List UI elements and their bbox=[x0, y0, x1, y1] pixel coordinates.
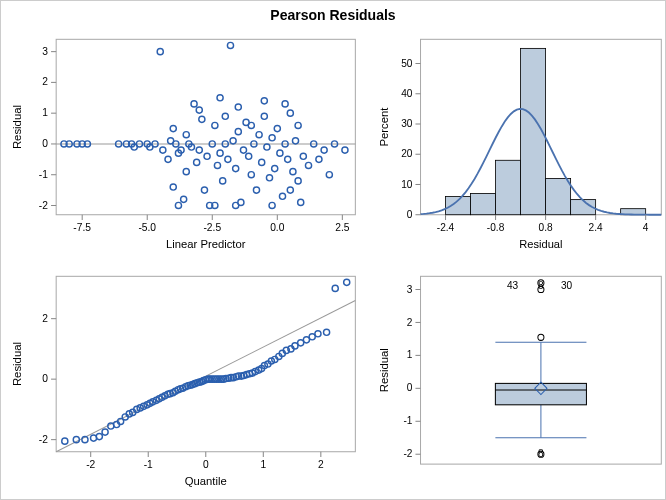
svg-point-86 bbox=[287, 110, 293, 116]
svg-point-37 bbox=[157, 49, 163, 55]
svg-point-76 bbox=[261, 113, 267, 119]
svg-text:40: 40 bbox=[401, 88, 413, 99]
svg-point-38 bbox=[160, 147, 166, 153]
svg-text:-2.5: -2.5 bbox=[203, 222, 221, 233]
svg-text:0: 0 bbox=[203, 459, 209, 470]
svg-point-99 bbox=[196, 107, 202, 113]
svg-point-155 bbox=[102, 429, 108, 435]
svg-text:2.5: 2.5 bbox=[335, 222, 350, 233]
svg-point-254 bbox=[537, 334, 543, 340]
svg-rect-0 bbox=[56, 39, 355, 214]
svg-text:2: 2 bbox=[406, 316, 412, 327]
svg-text:0.0: 0.0 bbox=[270, 222, 285, 233]
svg-point-80 bbox=[272, 165, 278, 171]
svg-point-96 bbox=[326, 172, 332, 178]
svg-text:0: 0 bbox=[42, 373, 48, 384]
svg-text:Quantile: Quantile bbox=[185, 475, 227, 487]
svg-point-68 bbox=[240, 147, 246, 153]
svg-point-70 bbox=[246, 153, 252, 159]
svg-point-39 bbox=[165, 156, 171, 162]
svg-text:2.4: 2.4 bbox=[588, 222, 602, 233]
svg-point-100 bbox=[217, 95, 223, 101]
svg-point-89 bbox=[295, 178, 301, 184]
svg-point-82 bbox=[277, 150, 283, 156]
svg-point-46 bbox=[183, 132, 189, 138]
svg-point-225 bbox=[332, 285, 338, 291]
svg-text:Residual: Residual bbox=[378, 348, 390, 392]
svg-text:-2: -2 bbox=[86, 459, 95, 470]
svg-point-109 bbox=[175, 202, 181, 208]
svg-text:Linear Predictor: Linear Predictor bbox=[166, 238, 246, 250]
svg-point-49 bbox=[191, 101, 197, 107]
svg-text:43: 43 bbox=[506, 280, 518, 291]
svg-text:-1: -1 bbox=[39, 169, 48, 180]
svg-point-108 bbox=[295, 122, 301, 128]
svg-point-41 bbox=[170, 184, 176, 190]
qq-plot: -2-1012-202QuantileResidual bbox=[7, 266, 366, 493]
svg-text:4: 4 bbox=[642, 222, 648, 233]
svg-text:-2.4: -2.4 bbox=[436, 222, 454, 233]
svg-text:2: 2 bbox=[42, 76, 48, 87]
svg-point-103 bbox=[282, 101, 288, 107]
svg-text:30: 30 bbox=[401, 118, 413, 129]
svg-text:Residual: Residual bbox=[11, 105, 23, 149]
svg-text:1: 1 bbox=[260, 459, 266, 470]
svg-text:30: 30 bbox=[561, 280, 573, 291]
svg-point-83 bbox=[279, 193, 285, 199]
svg-point-113 bbox=[287, 187, 293, 193]
svg-text:-1: -1 bbox=[403, 415, 412, 426]
svg-point-51 bbox=[196, 147, 202, 153]
svg-point-45 bbox=[181, 196, 187, 202]
svg-text:8: 8 bbox=[538, 280, 544, 291]
svg-point-58 bbox=[214, 162, 220, 168]
svg-text:-7.5: -7.5 bbox=[73, 222, 91, 233]
svg-point-81 bbox=[274, 125, 280, 131]
svg-text:20: 20 bbox=[401, 148, 413, 159]
svg-point-94 bbox=[316, 156, 322, 162]
svg-point-95 bbox=[321, 147, 327, 153]
svg-point-63 bbox=[227, 42, 233, 48]
svg-point-111 bbox=[233, 202, 239, 208]
svg-rect-121 bbox=[545, 178, 570, 214]
svg-point-75 bbox=[259, 159, 265, 165]
svg-point-54 bbox=[204, 153, 210, 159]
svg-point-223 bbox=[315, 331, 321, 337]
svg-point-98 bbox=[342, 147, 348, 153]
svg-point-107 bbox=[248, 122, 254, 128]
svg-point-90 bbox=[298, 199, 304, 205]
svg-text:0: 0 bbox=[406, 382, 412, 393]
svg-text:2: 2 bbox=[318, 459, 324, 470]
svg-point-73 bbox=[253, 187, 259, 193]
svg-point-88 bbox=[292, 138, 298, 144]
svg-text:Percent: Percent bbox=[378, 107, 390, 147]
chart-title: Pearson Residuals bbox=[1, 1, 665, 25]
svg-point-224 bbox=[324, 329, 330, 335]
svg-point-52 bbox=[199, 116, 205, 122]
svg-point-74 bbox=[256, 132, 262, 138]
svg-point-79 bbox=[269, 135, 275, 141]
svg-point-105 bbox=[183, 169, 189, 175]
svg-text:-0.8: -0.8 bbox=[486, 222, 504, 233]
svg-point-59 bbox=[217, 150, 223, 156]
svg-point-226 bbox=[344, 279, 350, 285]
svg-point-66 bbox=[235, 129, 241, 135]
svg-point-91 bbox=[300, 153, 306, 159]
svg-text:1: 1 bbox=[406, 349, 412, 360]
svg-text:-2: -2 bbox=[39, 434, 48, 445]
svg-text:-2: -2 bbox=[39, 200, 48, 211]
svg-text:-1: -1 bbox=[144, 459, 153, 470]
svg-text:8: 8 bbox=[538, 448, 544, 459]
svg-point-102 bbox=[261, 98, 267, 104]
svg-point-101 bbox=[235, 104, 241, 110]
svg-point-57 bbox=[212, 122, 218, 128]
svg-point-85 bbox=[285, 156, 291, 162]
svg-text:0.8: 0.8 bbox=[538, 222, 552, 233]
boxplot-residuals: 433088-2-10123Residual bbox=[376, 266, 666, 493]
svg-text:Residual: Residual bbox=[519, 238, 562, 250]
svg-text:2: 2 bbox=[42, 313, 48, 324]
svg-point-65 bbox=[233, 165, 239, 171]
svg-point-71 bbox=[248, 172, 254, 178]
svg-rect-118 bbox=[470, 194, 495, 215]
svg-point-64 bbox=[230, 138, 236, 144]
svg-point-150 bbox=[62, 438, 68, 444]
